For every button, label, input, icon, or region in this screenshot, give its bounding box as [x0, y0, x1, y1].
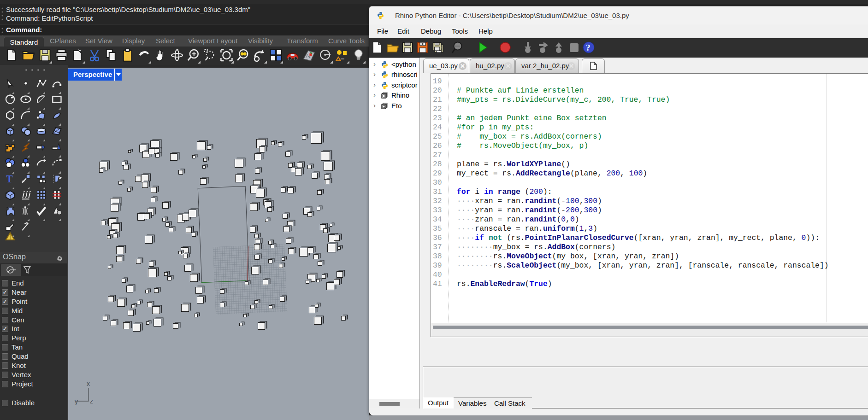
svg-text:x: x	[87, 380, 90, 387]
svg-text:?: ?	[586, 43, 590, 52]
svg-text:T: T	[6, 173, 13, 185]
svg-text:z: z	[90, 397, 93, 405]
svg-text:y: y	[75, 398, 78, 405]
